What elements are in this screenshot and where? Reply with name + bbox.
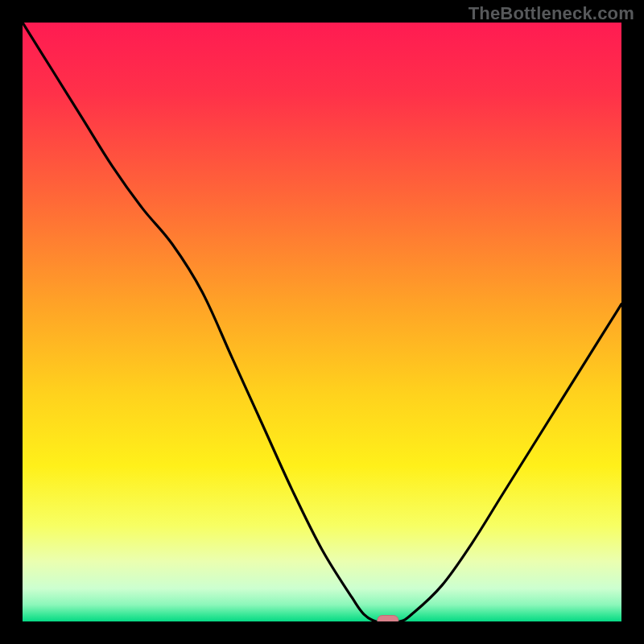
chart-frame: TheBottleneck.com (0, 0, 644, 644)
watermark-text: TheBottleneck.com (469, 3, 634, 24)
gradient-background (23, 23, 621, 621)
optimal-point-marker (378, 616, 398, 622)
bottleneck-curve-chart (23, 23, 621, 621)
plot-area (23, 23, 621, 621)
